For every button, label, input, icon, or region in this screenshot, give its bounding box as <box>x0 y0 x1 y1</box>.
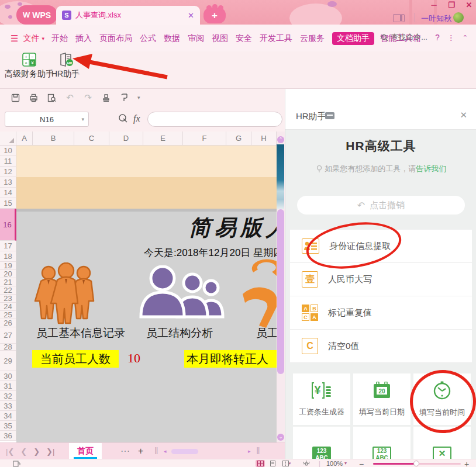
click-undo-button[interactable]: ↶ 点击撤销 <box>297 196 465 215</box>
horizontal-scrollbar-thumb[interactable] <box>171 449 198 454</box>
print-preview-icon[interactable] <box>47 93 57 103</box>
scroll-down-icon[interactable]: ⌄ <box>277 434 284 441</box>
module-label-basic-info[interactable]: 员工基本信息记录 <box>36 326 125 341</box>
menu-item-开发工具[interactable]: 开发工具 <box>260 33 292 44</box>
zoom-slider-thumb[interactable] <box>413 461 419 466</box>
column-header-D[interactable]: D <box>109 132 143 146</box>
page-break-view-icon[interactable]: ▾ <box>280 460 293 467</box>
zoom-caret-icon[interactable]: ▾ <box>344 461 347 466</box>
selection-info-icon[interactable] <box>13 461 20 467</box>
zoom-out-icon[interactable]: − <box>359 459 364 467</box>
tell-us-link[interactable]: 告诉我们 <box>416 164 446 173</box>
chat-icon[interactable] <box>325 112 334 119</box>
row-header-15[interactable]: 15 <box>0 198 16 209</box>
collapse-ribbon-icon[interactable]: ⌃ <box>463 34 468 41</box>
select-all-corner[interactable] <box>0 132 16 146</box>
row-header-36[interactable]: 36 <box>0 431 16 441</box>
row-header-30[interactable]: 30 <box>0 371 16 381</box>
formula-input[interactable] <box>147 112 282 127</box>
redo-icon[interactable]: ↷ <box>83 93 93 103</box>
maximize-button[interactable]: ❐ <box>445 1 458 10</box>
print-icon[interactable] <box>29 93 39 103</box>
close-tab-icon[interactable]: ✕ <box>188 11 194 20</box>
stamp-icon[interactable] <box>101 93 111 103</box>
column-header-G[interactable]: G <box>226 132 251 146</box>
row-header-21[interactable]: 21 <box>0 278 16 286</box>
wps-home-button[interactable]: W WPS <box>16 5 57 25</box>
last-sheet-icon[interactable]: ❯| <box>46 447 54 456</box>
orange-clipart-partial-icon[interactable] <box>242 258 277 328</box>
menu-item-文档助手[interactable]: 文档助手 <box>332 32 374 45</box>
sheet-list-icon[interactable]: ··· <box>120 443 130 459</box>
column-header-F[interactable]: F <box>183 132 226 146</box>
module-label-cut[interactable]: 员工 <box>256 326 277 341</box>
row-header-19[interactable]: 19 <box>0 262 16 270</box>
row-header-31[interactable]: 31 <box>0 381 16 391</box>
vertical-scrollbar[interactable]: ⌃ ⌄ <box>277 132 285 442</box>
column-header-A[interactable]: A <box>16 132 33 146</box>
next-sheet-icon[interactable]: ❯ <box>33 447 40 456</box>
tool-item-人民币大写[interactable]: 壹人民币大写 <box>290 263 472 296</box>
add-sheet-icon[interactable]: + <box>138 443 143 459</box>
find-command[interactable]: 查找命令... <box>381 32 427 43</box>
fx-icon[interactable]: fx <box>133 113 140 124</box>
format-painter-icon[interactable] <box>119 93 129 103</box>
toolbar-more-icon[interactable]: ▾ <box>137 95 140 101</box>
row-header-12[interactable]: 12 <box>0 167 16 177</box>
sheet-content[interactable]: 简易版人 今天是:2018年12月20日 星期四 <box>16 146 277 442</box>
row-header-18[interactable]: 18 <box>0 251 16 262</box>
row-header-33[interactable]: 33 <box>0 401 16 411</box>
chevron-down-icon[interactable]: ▾ <box>42 36 44 41</box>
row-header-27[interactable]: 27 <box>0 327 16 344</box>
save-icon[interactable] <box>11 93 20 103</box>
row-header-10[interactable]: 10 <box>0 146 16 156</box>
column-header-E[interactable]: E <box>143 132 183 146</box>
tool-tile-row2-1[interactable]: 123ABC <box>353 427 411 459</box>
hscroll-left-icon[interactable]: ◂ <box>164 443 167 459</box>
column-header-B[interactable]: B <box>33 132 74 146</box>
row-header-23[interactable]: 23 <box>0 295 16 303</box>
row-header-32[interactable]: 32 <box>0 391 16 401</box>
column-header-C[interactable]: C <box>74 132 109 146</box>
close-button[interactable]: ✕ <box>463 1 475 10</box>
zoom-formula-icon[interactable] <box>118 113 128 123</box>
menu-file[interactable]: 文件 <box>23 33 39 44</box>
more-icon[interactable]: ⋮ <box>447 33 455 42</box>
scroll-up-icon[interactable]: ⌃ <box>277 136 284 143</box>
row-header-17[interactable]: 17 <box>0 241 16 251</box>
username[interactable]: 一叶知秋 <box>421 13 451 24</box>
zoom-in-icon[interactable]: + <box>464 459 469 467</box>
tool-tile-工资条生成器[interactable]: ¥工资条生成器 <box>293 373 350 425</box>
tool-tile-填写当前日期[interactable]: 20填写当前日期 <box>353 373 411 425</box>
menu-item-安全[interactable]: 安全 <box>236 33 252 44</box>
menu-item-审阅[interactable]: 审阅 <box>188 33 204 44</box>
menu-item-公式[interactable]: 公式 <box>140 33 156 44</box>
tool-item-清空0值[interactable]: C清空0值 <box>290 330 472 363</box>
panel-close-icon[interactable]: ✕ <box>460 110 467 120</box>
menu-item-开始[interactable]: 开始 <box>51 33 68 44</box>
column-header-H[interactable]: H <box>251 132 277 146</box>
row-header-26[interactable]: 26 <box>0 319 16 327</box>
cell-name-box[interactable]: N16 ▾ <box>5 112 89 127</box>
row-header-16[interactable]: 16 <box>0 209 16 241</box>
row-header-29[interactable]: 29 <box>0 351 16 371</box>
row-header-35[interactable]: 35 <box>0 421 16 431</box>
row-header-14[interactable]: 14 <box>0 188 16 198</box>
row-header-20[interactable]: 20 <box>0 270 16 278</box>
employees-clipart-icon[interactable] <box>28 262 104 326</box>
row-header-34[interactable]: 34 <box>0 411 16 421</box>
row-header-22[interactable]: 22 <box>0 286 16 295</box>
minimize-button[interactable]: ─ <box>427 1 440 10</box>
first-sheet-icon[interactable]: |❮ <box>6 447 14 456</box>
avatar[interactable] <box>453 12 464 23</box>
tool-item-标记重复值[interactable]: ABCA标记重复值 <box>290 296 472 330</box>
hscroll-right-icon[interactable]: ▸ <box>248 443 251 459</box>
module-label-structure[interactable]: 员工结构分析 <box>146 326 213 341</box>
new-tab-button[interactable]: + <box>203 8 226 23</box>
row-header-13[interactable]: 13 <box>0 177 16 188</box>
eye-protection-icon[interactable] <box>301 460 312 467</box>
undo-icon[interactable]: ↶ <box>65 93 75 103</box>
sheet-tab-home[interactable]: 首页 <box>69 443 102 459</box>
row-header-25[interactable]: 25 <box>0 311 16 319</box>
menu-item-视图[interactable]: 视图 <box>212 33 228 44</box>
